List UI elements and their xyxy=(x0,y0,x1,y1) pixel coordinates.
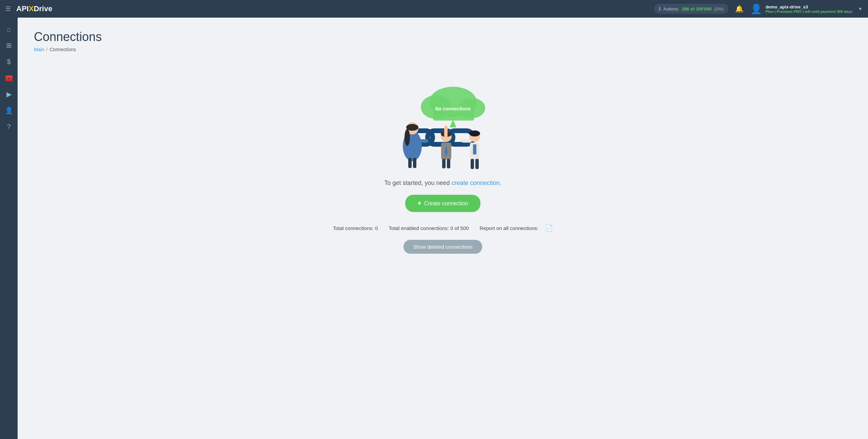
logo-drive: Drive xyxy=(34,4,52,13)
create-connection-link[interactable]: create connection. xyxy=(452,180,501,186)
topnav: ☰ APIXDrive ℹ Actions: 286 of 100'000 (0… xyxy=(0,0,868,18)
svg-rect-13 xyxy=(408,158,412,168)
svg-marker-4 xyxy=(450,120,456,127)
svg-point-12 xyxy=(405,129,410,146)
sidebar-item-tools[interactable]: 🧰 xyxy=(1,70,16,85)
sidebar-item-home[interactable]: ⌂ xyxy=(1,22,16,37)
sidebar-item-media[interactable]: ▶ xyxy=(1,87,16,102)
svg-rect-15 xyxy=(420,139,428,143)
report-icon[interactable]: 📄 xyxy=(545,224,553,232)
get-started-text: To get started, you need create connecti… xyxy=(384,180,501,187)
svg-rect-19 xyxy=(444,126,448,138)
actions-pct: (0%) xyxy=(714,6,723,12)
grid-icon: ⊞ xyxy=(6,41,12,49)
page-title: Connections xyxy=(34,30,852,44)
sidebar: ⌂ ⊞ $ 🧰 ▶ 👤 ? xyxy=(0,18,18,439)
sidebar-item-profile[interactable]: 👤 xyxy=(1,103,16,118)
logo[interactable]: APIXDrive xyxy=(16,4,52,13)
logo-x: X xyxy=(29,4,34,13)
user-plan: Plan | Premium PRO | left until payment … xyxy=(766,9,852,14)
user-menu[interactable]: 👤 demo_apix-drive_s3 Plan | Premium PRO … xyxy=(750,3,863,15)
svg-rect-21 xyxy=(447,159,450,168)
breadcrumb-separator: / xyxy=(46,47,47,52)
svg-rect-26 xyxy=(471,159,474,169)
svg-rect-29 xyxy=(473,144,476,154)
svg-rect-27 xyxy=(475,159,479,169)
plan-prefix: Plan | xyxy=(766,9,775,14)
breadcrumb: Main / Connections xyxy=(34,47,852,52)
person-icon: 👤 xyxy=(5,106,13,114)
tools-icon: 🧰 xyxy=(5,74,13,82)
show-deleted-button[interactable]: Show deleted connections xyxy=(403,240,482,254)
bell-icon[interactable]: 🔔 xyxy=(735,5,744,13)
sidebar-item-help[interactable]: ? xyxy=(1,119,16,134)
sidebar-item-dashboard[interactable]: ⊞ xyxy=(1,38,16,53)
content-area: No connections xyxy=(34,63,852,267)
stats-row: Total connections: 0 Total enabled conne… xyxy=(333,224,553,232)
help-icon: ? xyxy=(7,123,11,131)
total-connections: Total connections: 0 xyxy=(333,225,378,231)
svg-rect-20 xyxy=(442,159,446,168)
home-icon: ⌂ xyxy=(7,25,11,33)
no-connections-illustration: No connections xyxy=(375,70,511,171)
actions-widget: ℹ Actions: 286 of 100'000 (0%) xyxy=(654,4,728,14)
sidebar-item-billing[interactable]: $ xyxy=(1,54,16,69)
user-menu-chevron-icon: ▼ xyxy=(858,6,863,12)
svg-rect-28 xyxy=(461,139,472,143)
create-connection-label: Create connection xyxy=(424,201,468,207)
play-icon: ▶ xyxy=(6,90,12,98)
username: demo_apix-drive_s3 xyxy=(766,4,852,9)
breadcrumb-main-link[interactable]: Main xyxy=(34,47,44,52)
info-icon: ℹ xyxy=(659,6,661,12)
svg-point-25 xyxy=(469,130,480,137)
actions-count: 286 of 100'000 xyxy=(682,6,712,12)
plan-name: Premium PRO xyxy=(776,9,802,14)
main-content: Connections Main / Connections No connec… xyxy=(18,18,868,439)
logo-api: API xyxy=(16,4,29,13)
plan-suffix: | left until payment xyxy=(803,9,835,14)
menu-icon[interactable]: ☰ xyxy=(5,5,11,13)
plus-icon: + xyxy=(417,200,421,207)
svg-text:No connections: No connections xyxy=(435,106,471,111)
plan-days: 308 days xyxy=(837,9,852,14)
user-avatar-icon: 👤 xyxy=(750,3,762,15)
actions-label: Actions: xyxy=(664,6,679,12)
report-label: Report on all connections: xyxy=(480,225,538,231)
user-info: demo_apix-drive_s3 Plan | Premium PRO | … xyxy=(766,4,852,14)
svg-rect-14 xyxy=(413,158,416,168)
breadcrumb-current: Connections xyxy=(50,47,76,52)
create-connection-button[interactable]: + Create connection xyxy=(405,195,480,212)
dollar-icon: $ xyxy=(7,58,11,66)
total-enabled-connections: Total enabled connections: 0 of 500 xyxy=(389,225,469,231)
